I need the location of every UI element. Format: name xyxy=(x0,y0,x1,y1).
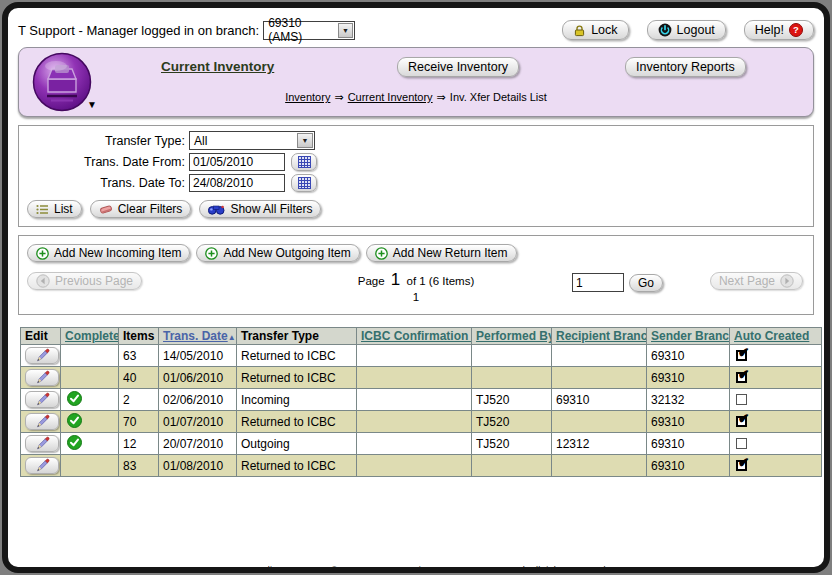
cell-items: 12 xyxy=(119,433,159,455)
list-button[interactable]: List xyxy=(27,200,82,218)
add-outgoing-item-button[interactable]: Add New Outgoing Item xyxy=(196,244,359,262)
clear-filters-button[interactable]: Clear Filters xyxy=(90,200,192,218)
pencil-icon xyxy=(35,348,50,363)
breadcrumb-current-inventory[interactable]: Current Inventory xyxy=(348,91,433,103)
next-page-button: Next Page xyxy=(710,272,803,290)
column-header-trans-date[interactable]: Trans. Date ▲ xyxy=(159,328,237,345)
cell-trans-date: 02/06/2010 xyxy=(159,389,237,411)
plus-circle-icon xyxy=(375,247,388,260)
app-logo-menu[interactable]: ▼ xyxy=(31,51,103,115)
lock-icon xyxy=(573,24,586,37)
cell-auto-created xyxy=(730,389,822,411)
cell-transfer-type: Outgoing xyxy=(237,433,357,455)
cell-completed xyxy=(61,455,119,477)
go-label: Go xyxy=(638,276,654,290)
login-status-text: T Support - Manager logged in on branch: xyxy=(18,23,259,38)
cell-sender-branch: 69310 xyxy=(647,367,730,389)
breadcrumb-current-page: Inv. Xfer Details List xyxy=(450,91,547,103)
filter-panel: Transfer Type: All ▼ Trans. Date From: T… xyxy=(18,125,814,227)
cell-auto-created: ✔ xyxy=(730,455,822,477)
column-header-sender-branch[interactable]: Sender Branch xyxy=(647,328,730,345)
page-number-link[interactable]: 1 xyxy=(413,291,419,303)
cell-recipient-branch xyxy=(552,345,647,367)
receive-inventory-label: Receive Inventory xyxy=(408,60,508,74)
pencil-icon xyxy=(35,436,50,451)
edit-button[interactable] xyxy=(25,435,59,452)
add-incoming-item-button[interactable]: Add New Incoming Item xyxy=(27,244,190,262)
help-button[interactable]: Help! ? xyxy=(744,20,814,40)
edit-button[interactable] xyxy=(25,413,59,430)
cell-recipient-branch xyxy=(552,411,647,433)
cell-edit xyxy=(21,411,61,433)
app-window: T Support - Manager logged in on branch:… xyxy=(2,2,830,573)
breadcrumb-inventory[interactable]: Inventory xyxy=(285,91,330,103)
cell-recipient-branch xyxy=(552,455,647,477)
inventory-reports-label: Inventory Reports xyxy=(636,60,735,74)
column-header-recipient-branch[interactable]: Recipient Branch xyxy=(552,328,647,345)
goto-page-input[interactable] xyxy=(572,273,624,292)
cell-performed-by: TJ520 xyxy=(472,433,552,455)
table-row: 4001/06/2010Returned to ICBC69310✔ xyxy=(21,367,822,389)
table-row: 7001/07/2010Returned to ICBCTJ52069310✔ xyxy=(21,411,822,433)
svg-text:?: ? xyxy=(793,24,799,35)
lock-label: Lock xyxy=(591,23,617,37)
date-to-input[interactable] xyxy=(189,174,285,192)
date-from-calendar-button[interactable] xyxy=(291,153,317,171)
add-return-item-button[interactable]: Add New Return Item xyxy=(366,244,517,262)
cell-icbc-confirmation xyxy=(357,433,472,455)
cell-completed xyxy=(61,389,119,411)
lock-button[interactable]: Lock xyxy=(562,20,628,40)
binoculars-icon xyxy=(208,203,225,215)
date-from-input[interactable] xyxy=(189,153,285,171)
calendar-icon xyxy=(298,177,311,189)
pencil-icon xyxy=(35,414,50,429)
edit-button[interactable] xyxy=(25,347,59,364)
show-all-filters-button[interactable]: Show All Filters xyxy=(199,200,321,218)
date-to-calendar-button[interactable] xyxy=(291,174,317,192)
sort-asc-icon: ▲ xyxy=(228,333,236,342)
cell-items: 2 xyxy=(119,389,159,411)
branch-select-value: 69310 (AMS) xyxy=(268,16,336,44)
cell-transfer-type: Incoming xyxy=(237,389,357,411)
cell-auto-created: ✔ xyxy=(730,411,822,433)
table-row: 6314/05/2010Returned to ICBC69310✔ xyxy=(21,345,822,367)
column-header-completed[interactable]: Completed xyxy=(61,328,119,345)
inventory-reports-button[interactable]: Inventory Reports xyxy=(625,57,746,77)
edit-button[interactable] xyxy=(25,369,59,386)
cell-completed xyxy=(61,367,119,389)
cell-auto-created: ✔ xyxy=(730,345,822,367)
cell-sender-branch: 69310 xyxy=(647,433,730,455)
app-header: ▼ Current Inventory Receive Inventory In… xyxy=(18,47,814,117)
breadcrumb-separator: ⇒ xyxy=(437,91,446,103)
transfer-type-select[interactable]: All ▼ xyxy=(189,131,315,150)
clear-filters-label: Clear Filters xyxy=(118,202,183,216)
cell-auto-created xyxy=(730,433,822,455)
show-all-filters-label: Show All Filters xyxy=(230,202,312,216)
edit-button[interactable] xyxy=(25,457,59,474)
column-header-auto-created[interactable]: Auto Created xyxy=(730,328,822,345)
cell-icbc-confirmation xyxy=(357,411,472,433)
cell-items: 70 xyxy=(119,411,159,433)
cell-recipient-branch: 69310 xyxy=(552,389,647,411)
edit-button[interactable] xyxy=(25,391,59,408)
cell-edit xyxy=(21,455,61,477)
column-header-performed-by[interactable]: Performed By xyxy=(472,328,552,345)
cell-trans-date: 01/07/2010 xyxy=(159,411,237,433)
column-header-icbc-confirmation[interactable]: ICBC Confirmation # xyxy=(357,328,472,345)
receive-inventory-button[interactable]: Receive Inventory xyxy=(397,57,519,77)
tab-current-inventory[interactable]: Current Inventory xyxy=(161,59,274,74)
transfer-details-table: EditCompletedItemsTrans. Date ▲Transfer … xyxy=(20,327,822,477)
go-button[interactable]: Go xyxy=(629,274,663,292)
plus-circle-icon xyxy=(205,247,218,260)
logout-button[interactable]: Logout xyxy=(647,20,726,40)
plus-circle-icon xyxy=(36,247,49,260)
cell-icbc-confirmation xyxy=(357,389,472,411)
cell-sender-branch: 69310 xyxy=(647,455,730,477)
cell-recipient-branch: 12312 xyxy=(552,433,647,455)
branch-select[interactable]: 69310 (AMS) ▼ xyxy=(263,21,355,40)
cell-edit xyxy=(21,367,61,389)
column-header-transfer-type: Transfer Type xyxy=(237,328,357,345)
add-return-item-label: Add New Return Item xyxy=(393,246,508,260)
add-outgoing-item-label: Add New Outgoing Item xyxy=(223,246,350,260)
auto-created-checkbox-unchecked xyxy=(736,438,747,449)
